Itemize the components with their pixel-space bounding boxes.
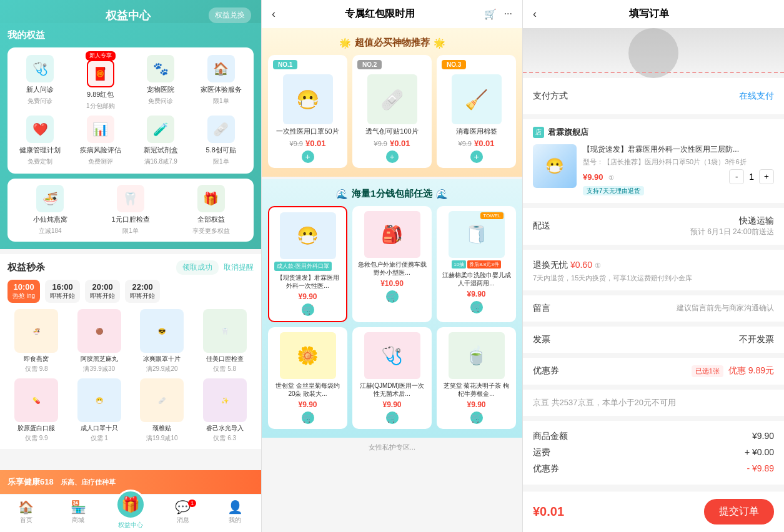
right-item-covid[interactable]: 🧪 新冠试剂盒 满16.8减7.9 xyxy=(133,116,189,166)
remarks-hint[interactable]: 建议留言前先与商家沟通确认 xyxy=(677,303,774,313)
star-left-icon: 🌟 xyxy=(339,37,351,49)
seckill-name-mask2: 成人口罩十只 xyxy=(81,424,118,432)
redpack-icon: 🧧 xyxy=(87,60,114,87)
seckill-item-neck[interactable]: 🩹 颈椎贴 满19.9减10 xyxy=(133,378,191,443)
bulk-cart-btn-tea[interactable]: 🛒 xyxy=(470,411,483,424)
bulk-item-gauze[interactable]: 🩺 江赫(QJMDM)医用一次性无菌术后... ¥9.90 🛒 xyxy=(352,327,432,429)
invoice-value[interactable]: 不开发票 xyxy=(739,334,774,345)
female-section-hint: 女性私护专区... xyxy=(369,443,415,451)
nav-rights[interactable]: 🎁 权益中心 xyxy=(104,500,157,530)
seckill-item-eyemask[interactable]: 😎 冰爽眼罩十片 满29.9减20 xyxy=(133,309,191,373)
return-hint-icon: ① xyxy=(595,262,601,269)
right-label-consultation: 新人问诊 xyxy=(26,85,54,94)
seckill-img-collagen: 💊 xyxy=(14,378,58,422)
right-item-redpack[interactable]: 新人专享 🧧 9.89红包 1分包邮购 xyxy=(73,55,129,111)
rec-add-btn-1[interactable]: + xyxy=(302,150,314,163)
time-tab-2000[interactable]: 20:00 即将开始 xyxy=(85,280,120,303)
time-tab-1000[interactable]: 10:00 热抢 ing xyxy=(7,280,40,303)
right-item-consultation[interactable]: 🩺 新人问诊 免费问诊 xyxy=(12,55,68,111)
my-rights-title: 我的权益 xyxy=(7,29,254,41)
nav-home[interactable]: 🏠 首页 xyxy=(0,500,52,530)
banner-circle xyxy=(628,28,678,78)
bulk-item-herb[interactable]: 🌼 世创堂 金丝皇菊每袋约20朵 散装大... ¥9.90 🛒 xyxy=(268,327,347,429)
bulk-item-firstaid[interactable]: 🎒 急救包户外旅行便携车载野外小型医... ¥10.90 🛒 xyxy=(352,206,432,322)
bulk-cart-btn-firstaid[interactable]: 🛒 xyxy=(386,290,399,303)
right-item-risk[interactable]: 📊 疾病风险评估 免费测评 xyxy=(73,116,129,166)
exchange-button[interactable]: 权益兑换 xyxy=(209,7,251,23)
bulk-cart-btn-gauze[interactable]: 🛒 xyxy=(386,411,399,424)
seckill-item-swallow[interactable]: 🍜 即食燕窝 仅需 9.8 xyxy=(7,309,66,373)
seckill-price-dental2: 仅需 5.8 xyxy=(213,365,236,373)
recommend-title: 🌟 超值必买神物推荐 🌟 xyxy=(268,37,516,49)
invoice-row: 发票 不开发票 xyxy=(533,334,774,345)
bulk-cart-btn-towel[interactable]: 🛒 xyxy=(470,301,483,313)
bulk-price-gauze: ¥9.90 xyxy=(382,400,401,409)
remarks-row: 留言 建议留言前先与商家沟通确认 xyxy=(533,303,774,314)
shop-icon-badge: 店 xyxy=(533,127,544,138)
risk-icon: 📊 xyxy=(87,116,114,143)
coupon-used[interactable]: 已选1张 xyxy=(692,365,723,377)
return-desc: 7天内退货，15天内换货，可享1次运费赔付到小金库 xyxy=(533,273,774,283)
qty-plus-btn[interactable]: + xyxy=(759,169,774,184)
right-item-swallow[interactable]: 🍜 小仙炖燕窝 立减184 xyxy=(12,185,88,235)
time-tab-1600[interactable]: 16:00 即将开始 xyxy=(45,280,80,303)
seckill-price-ejiao: 满39.9减30 xyxy=(83,365,115,373)
submit-order-btn[interactable]: 提交订单 xyxy=(704,499,774,525)
right-label-health: 健康管理计划 xyxy=(19,145,61,155)
rec-add-btn-2[interactable]: + xyxy=(386,150,399,163)
right-item-bandaid[interactable]: 🩹 5.8创可贴 限1单 xyxy=(194,116,249,166)
payment-value[interactable]: 在线支付 xyxy=(739,91,774,102)
jingdou-section: 京豆 共2537京豆，本单小于20元不可用 xyxy=(523,390,784,416)
rec-item-3[interactable]: NO.3 🧹 消毒医用棉签 ¥9.9 ¥0.01 + xyxy=(437,55,516,168)
bulk-item-towel[interactable]: 🧻 TOWEL 10抽 券后8.8元3件 江赫棉柔巾洗脸巾婴儿成人干湿两用...… xyxy=(437,206,516,322)
seckill-item-ejiao[interactable]: 🟤 阿胶黑芝麻丸 满39.9减30 xyxy=(71,309,129,373)
delivery-type: 快递运输 xyxy=(690,215,774,227)
right-item-all[interactable]: 🎁 全部权益 享受更多权益 xyxy=(173,185,249,235)
bulk-cart-btn-herb[interactable]: 🛒 xyxy=(302,411,314,424)
product-price-hint: ① xyxy=(608,174,614,181)
seckill-name-collagen: 胶原蛋白口服 xyxy=(17,424,55,432)
rec-item-2[interactable]: NO.2 🩹 透气创可贴100片 ¥9.9 ¥0.01 + xyxy=(352,55,432,168)
bulk-name-towel: 江赫棉柔巾洗脸巾婴儿成人干湿两用... xyxy=(442,271,511,287)
bulk-cart-btn-mask[interactable]: 🛒 xyxy=(302,303,314,316)
panel3-back-btn[interactable]: ‹ xyxy=(533,7,537,21)
family-icon: 🏠 xyxy=(207,55,235,82)
qty-minus-btn[interactable]: - xyxy=(729,169,744,184)
rec-add-btn-3[interactable]: + xyxy=(470,150,483,163)
right-item-family[interactable]: 🏠 家医体验服务 限1单 xyxy=(194,55,249,111)
seckill-img-mask2: 😷 xyxy=(77,378,121,422)
time-tabs: 10:00 热抢 ing 16:00 即将开始 20:00 即将开始 22:00… xyxy=(7,280,254,303)
seckill-item-dental2[interactable]: 🦷 佳美口腔检查 仅需 5.8 xyxy=(196,309,254,373)
shipping-value: + ¥0.00 xyxy=(745,447,774,458)
more-icon[interactable]: ··· xyxy=(504,8,512,20)
nav-message[interactable]: 💬 1 消息 xyxy=(157,500,209,530)
seckill-name-ejiao: 阿胶黑芝麻丸 xyxy=(81,355,118,363)
rec-img-2: 🩹 xyxy=(367,74,417,124)
right-item-health[interactable]: ❤️ 健康管理计划 免费定制 xyxy=(12,116,68,166)
right-label-covid: 新冠试剂盒 xyxy=(144,145,178,155)
rec-item-1[interactable]: NO.1 😷 一次性医用口罩50片 ¥9.9 ¥0.01 + xyxy=(268,55,347,168)
nav-profile[interactable]: 👤 我的 xyxy=(209,500,261,530)
seckill-img-swallow: 🍜 xyxy=(14,309,58,353)
seckill-item-mask2[interactable]: 😷 成人口罩十只 仅需 1 xyxy=(71,378,129,443)
seckill-item-skin[interactable]: ✨ 睿己水光导入 仅需 6.3 xyxy=(196,378,254,443)
bulk-item-tea[interactable]: 🍵 芝笑堂 菊花决明子茶 枸杞牛蒡根金... ¥9.90 🛒 xyxy=(437,327,516,429)
seckill-price-mask2: 仅需 1 xyxy=(91,434,108,443)
right-label-pet: 宠物医院 xyxy=(147,85,174,94)
nav-shop-label: 商城 xyxy=(72,516,84,525)
panel2-back-btn[interactable]: ‹ xyxy=(272,7,275,21)
delivery-section: 配送 快递运输 预计 6月1日 24:00前送达 xyxy=(523,208,784,245)
time-tab-2200[interactable]: 22:00 即将开始 xyxy=(125,280,160,303)
rec-new-price-2: ¥0.01 xyxy=(390,139,410,148)
right-item-dental[interactable]: 🦷 1元口腔检查 限1单 xyxy=(93,185,169,235)
seckill-item-collagen[interactable]: 💊 胶原蛋白口服 仅需 9.9 xyxy=(7,378,66,443)
nav-shop[interactable]: 🏪 商城 xyxy=(52,500,105,530)
bulk-item-mask[interactable]: 😷 成人款·医用外科口罩 【现货速发】君霖医用外科一次性医... ¥9.90 🛒 xyxy=(268,206,347,322)
right-item-pet[interactable]: 🐾 宠物医院 免费问诊 xyxy=(133,55,189,111)
shop-icon: 🏪 xyxy=(71,500,86,515)
cancel-remind[interactable]: 取消提醒 xyxy=(224,262,254,273)
cart-icon[interactable]: 🛒 xyxy=(484,8,497,20)
right-sub-bandaid: 限1单 xyxy=(213,157,229,166)
bulk-img-tea: 🍵 xyxy=(449,332,505,379)
dental-icon: 🦷 xyxy=(117,185,144,212)
